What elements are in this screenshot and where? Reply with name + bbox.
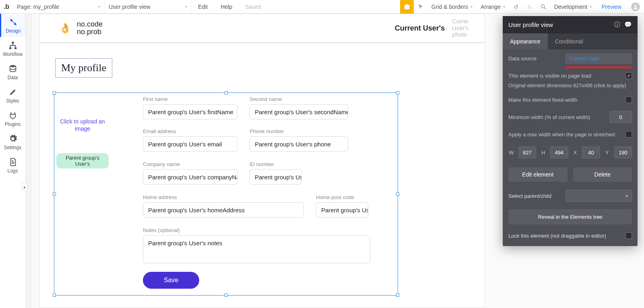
save-button[interactable]: Save	[143, 272, 199, 289]
label-h: H	[540, 150, 546, 156]
top-bar: .b Page: my_profile ▾ User profile view …	[0, 0, 644, 14]
page-preview: 👌 no.code no.prob Current User's Current…	[39, 14, 485, 308]
reveal-tree-button[interactable]: Reveal in the Elements tree	[508, 209, 632, 224]
resize-handle[interactable]	[225, 91, 228, 94]
user-photo-placeholder: Current User's photo	[452, 18, 468, 38]
checkbox-visible[interactable]: ✓	[625, 72, 632, 79]
input-y[interactable]: 190	[614, 146, 632, 158]
rail-plugins[interactable]: Plugins	[0, 107, 25, 130]
label-select-parent: Select parent/child	[508, 193, 551, 199]
info-icon[interactable]: ⓘ	[614, 21, 620, 29]
image-uploader[interactable]: Click to upload an image	[58, 105, 107, 145]
ok-hand-icon: 👌	[59, 22, 71, 34]
gift-icon[interactable]	[400, 0, 414, 14]
environment-dropdown[interactable]: Development▾	[550, 0, 596, 13]
tab-conditional[interactable]: Conditional	[548, 33, 590, 49]
rail-workflow[interactable]: Workflow	[0, 37, 25, 60]
rail-design[interactable]: Design	[0, 14, 25, 37]
page-dropdown[interactable]: Page: my_profile ▾	[13, 0, 105, 13]
input-min-width[interactable]: 0	[609, 111, 632, 123]
pointer-icon[interactable]	[414, 0, 427, 14]
collapse-rail-icon[interactable]: ▸	[21, 183, 28, 191]
label-second-name: Second name	[250, 96, 282, 102]
input-company[interactable]: Parent group's User's companyNa	[143, 169, 237, 185]
rail-settings[interactable]: Settings	[0, 130, 25, 154]
bubble-logo-icon[interactable]: .b	[0, 3, 13, 10]
selected-group[interactable]: Click to upload an image Parent group's …	[54, 92, 398, 296]
chevron-down-icon: ▾	[503, 4, 505, 9]
label-y: Y	[604, 150, 610, 156]
resize-handle[interactable]	[225, 294, 228, 297]
label-data-source: Data source	[508, 55, 537, 62]
data-source-field[interactable]: Current User	[566, 53, 632, 64]
grid-borders-dropdown[interactable]: Grid & borders▾	[427, 0, 477, 13]
menu-edit[interactable]: Edit	[192, 0, 214, 13]
page-dropdown-label: Page: my_profile	[17, 4, 59, 10]
brand-text: no.code no.prob	[77, 21, 103, 36]
input-second-name[interactable]: Parent group's User's secondName	[250, 104, 348, 119]
checkbox-fixed-width[interactable]	[625, 97, 632, 103]
user-avatar-icon[interactable]	[631, 2, 640, 11]
svg-rect-4	[9, 47, 11, 49]
input-post[interactable]: Parent group's Us	[316, 202, 368, 218]
preview-link[interactable]: Preview	[596, 4, 627, 10]
input-notes[interactable]: Parent group's User's notes	[143, 235, 370, 263]
rail-logs[interactable]: Logs	[0, 154, 25, 177]
resize-handle[interactable]	[53, 294, 56, 297]
label-home: Home address	[143, 194, 177, 200]
label-visible: This element is visible on page load	[508, 73, 591, 79]
input-home[interactable]: Parent group's User's homeAddress	[143, 202, 304, 218]
label-notes: Notes (optional)	[143, 227, 180, 233]
checkbox-max-width[interactable]	[625, 131, 632, 138]
label-phone: Phone number	[250, 128, 284, 134]
select-parent-dropdown[interactable]: ▾	[566, 190, 632, 202]
chevron-down-icon: ▾	[181, 4, 187, 9]
undo-icon[interactable]: ↺	[509, 0, 523, 14]
svg-point-0	[541, 4, 544, 8]
input-first-name[interactable]: Parent group's User's firstName	[143, 104, 237, 119]
edit-element-button[interactable]: Edit element	[508, 167, 568, 182]
element-dropdown[interactable]: User profile view ▾	[105, 0, 192, 13]
resize-handle[interactable]	[396, 193, 399, 196]
arrange-dropdown[interactable]: Arrange▾	[477, 0, 509, 13]
label-fixed-width: Make this element fixed-width	[508, 97, 577, 103]
svg-point-6	[10, 65, 16, 68]
delete-button[interactable]: Delete	[573, 167, 632, 182]
checkbox-lock[interactable]	[625, 232, 632, 239]
element-dropdown-label: User profile view	[109, 4, 150, 10]
search-icon[interactable]	[537, 0, 550, 14]
input-w[interactable]: 827	[518, 146, 536, 158]
panel-tabs: Appearance Conditional	[503, 33, 638, 49]
menu-help[interactable]: Help	[214, 0, 239, 13]
svg-line-1	[544, 7, 545, 9]
status-pill[interactable]: Parent group's User's	[56, 153, 109, 168]
svg-rect-3	[12, 42, 14, 44]
input-x[interactable]: 40	[582, 146, 600, 158]
resize-handle[interactable]	[396, 91, 399, 94]
rail-data[interactable]: Data	[0, 60, 25, 84]
resize-handle[interactable]	[53, 91, 56, 94]
input-email[interactable]: Parent group's User's email	[143, 136, 237, 152]
input-h[interactable]: 494	[550, 146, 568, 158]
resize-handle[interactable]	[396, 294, 399, 297]
page-title[interactable]: My profile	[55, 58, 112, 78]
comment-icon[interactable]: 💬	[624, 21, 632, 29]
input-id[interactable]: Parent group's Us	[250, 169, 302, 185]
label-lock: Lock this element (not draggable in edit…	[508, 233, 606, 239]
rail-styles[interactable]: Styles	[0, 84, 25, 107]
label-email: Email address	[143, 128, 176, 134]
tab-appearance[interactable]: Appearance	[503, 33, 548, 49]
redo-icon[interactable]: ↻	[523, 0, 537, 14]
resize-handle[interactable]	[53, 193, 56, 196]
input-phone[interactable]: Parent group's User's phone	[250, 136, 348, 152]
dimension-row: W 827 H 494 X 40 Y 190	[503, 142, 638, 163]
label-x: X	[572, 150, 578, 156]
current-user-label: Current User's	[395, 24, 445, 33]
panel-header[interactable]: User profile view ⓘ 💬	[503, 16, 638, 33]
label-orig-dims[interactable]: Original element dimensions 827x496 (cli…	[508, 83, 626, 88]
svg-point-2	[635, 5, 637, 7]
brand: 👌 no.code no.prob	[59, 21, 103, 36]
property-panel[interactable]: User profile view ⓘ 💬 Appearance Conditi…	[503, 16, 638, 246]
left-rail: Design Workflow Data Styles Plugins Sett…	[0, 14, 26, 308]
panel-title: User profile view	[508, 21, 553, 28]
